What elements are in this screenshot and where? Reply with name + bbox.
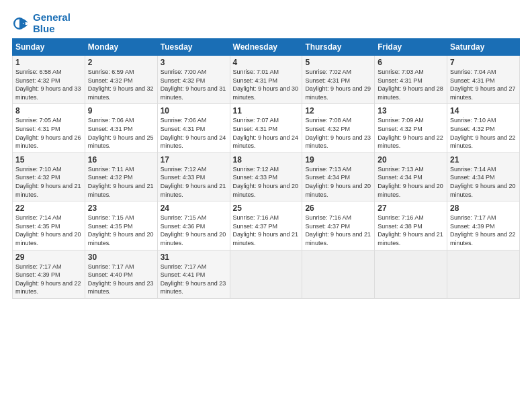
day-info: Sunrise: 7:08 AMSunset: 4:32 PMDaylight:… [305,117,371,149]
calendar-cell: 28 Sunrise: 7:17 AMSunset: 4:39 PMDaylig… [447,201,520,250]
calendar-cell [230,250,302,298]
header: General Blue [12,12,520,34]
day-info: Sunrise: 7:16 AMSunset: 4:38 PMDaylight:… [378,214,443,246]
calendar-cell: 15 Sunrise: 7:10 AMSunset: 4:32 PMDaylig… [13,152,85,201]
calendar-cell: 23 Sunrise: 7:15 AMSunset: 4:35 PMDaylig… [85,201,157,250]
day-number: 28 [450,203,517,213]
day-info: Sunrise: 7:15 AMSunset: 4:35 PMDaylight:… [88,214,154,246]
day-info: Sunrise: 7:17 AMSunset: 4:39 PMDaylight:… [450,214,516,246]
calendar-cell: 11 Sunrise: 7:07 AMSunset: 4:31 PMDaylig… [230,104,302,152]
day-number: 11 [233,106,300,116]
day-info: Sunrise: 7:02 AMSunset: 4:31 PMDaylight:… [305,68,371,101]
day-number: 4 [233,58,300,67]
day-number: 16 [88,155,154,165]
day-number: 22 [15,203,82,213]
day-number: 1 [15,58,82,67]
day-number: 23 [88,203,154,213]
day-info: Sunrise: 7:05 AMSunset: 4:31 PMDaylight:… [15,117,81,149]
day-number: 13 [378,106,444,116]
calendar-week-row: 1 Sunrise: 6:58 AMSunset: 4:32 PMDayligh… [13,56,520,104]
calendar-cell: 13 Sunrise: 7:09 AMSunset: 4:32 PMDaylig… [375,104,447,152]
day-info: Sunrise: 7:04 AMSunset: 4:31 PMDaylight:… [450,68,516,101]
day-info: Sunrise: 7:10 AMSunset: 4:32 PMDaylight:… [15,166,81,198]
day-number: 17 [161,155,227,165]
calendar-body: 1 Sunrise: 6:58 AMSunset: 4:32 PMDayligh… [13,56,520,299]
calendar-cell: 12 Sunrise: 7:08 AMSunset: 4:32 PMDaylig… [302,104,375,152]
day-header-wednesday: Wednesday [230,39,302,56]
day-header-thursday: Thursday [302,39,375,56]
calendar-cell: 31 Sunrise: 7:17 AMSunset: 4:41 PMDaylig… [157,250,230,298]
day-info: Sunrise: 6:59 AMSunset: 4:32 PMDaylight:… [88,68,154,101]
day-header-saturday: Saturday [447,39,520,56]
calendar-cell: 9 Sunrise: 7:06 AMSunset: 4:31 PMDayligh… [85,104,157,152]
day-info: Sunrise: 7:07 AMSunset: 4:31 PMDaylight:… [233,117,299,149]
calendar-cell: 7 Sunrise: 7:04 AMSunset: 4:31 PMDayligh… [447,56,520,104]
calendar-week-row: 8 Sunrise: 7:05 AMSunset: 4:31 PMDayligh… [13,104,520,152]
calendar-cell: 24 Sunrise: 7:15 AMSunset: 4:36 PMDaylig… [157,201,230,250]
calendar-cell: 21 Sunrise: 7:14 AMSunset: 4:34 PMDaylig… [447,152,520,201]
day-number: 19 [305,155,371,165]
calendar-cell [302,250,375,298]
day-number: 14 [450,106,517,116]
day-info: Sunrise: 6:58 AMSunset: 4:32 PMDaylight:… [15,68,81,101]
calendar-table: SundayMondayTuesdayWednesdayThursdayFrid… [12,38,520,299]
calendar-cell: 27 Sunrise: 7:16 AMSunset: 4:38 PMDaylig… [375,201,447,250]
day-number: 31 [161,253,227,262]
day-number: 24 [161,203,227,213]
day-info: Sunrise: 7:17 AMSunset: 4:41 PMDaylight:… [161,263,226,295]
calendar-header-row: SundayMondayTuesdayWednesdayThursdayFrid… [13,39,520,56]
day-number: 8 [15,106,82,116]
day-info: Sunrise: 7:03 AMSunset: 4:31 PMDaylight:… [378,68,443,101]
logo: General Blue [12,12,71,34]
day-info: Sunrise: 7:11 AMSunset: 4:32 PMDaylight:… [88,166,154,198]
day-info: Sunrise: 7:09 AMSunset: 4:32 PMDaylight:… [378,117,443,149]
day-info: Sunrise: 7:16 AMSunset: 4:37 PMDaylight:… [305,214,371,246]
day-info: Sunrise: 7:10 AMSunset: 4:32 PMDaylight:… [450,117,516,149]
calendar-cell: 25 Sunrise: 7:16 AMSunset: 4:37 PMDaylig… [230,201,302,250]
logo-line1: General [33,12,71,24]
day-info: Sunrise: 7:17 AMSunset: 4:39 PMDaylight:… [15,263,81,295]
day-header-tuesday: Tuesday [157,39,230,56]
day-number: 5 [305,58,371,67]
calendar-cell: 4 Sunrise: 7:01 AMSunset: 4:31 PMDayligh… [230,56,302,104]
day-number: 29 [15,253,82,262]
day-number: 27 [378,203,444,213]
day-info: Sunrise: 7:15 AMSunset: 4:36 PMDaylight:… [161,214,226,246]
calendar-cell [375,250,447,298]
day-number: 12 [305,106,371,116]
calendar-cell: 19 Sunrise: 7:13 AMSunset: 4:34 PMDaylig… [302,152,375,201]
day-number: 2 [88,58,154,67]
day-header-friday: Friday [375,39,447,56]
day-info: Sunrise: 7:01 AMSunset: 4:31 PMDaylight:… [233,68,299,101]
calendar-week-row: 29 Sunrise: 7:17 AMSunset: 4:39 PMDaylig… [13,250,520,298]
calendar-cell: 16 Sunrise: 7:11 AMSunset: 4:32 PMDaylig… [85,152,157,201]
day-info: Sunrise: 7:12 AMSunset: 4:33 PMDaylight:… [233,166,299,198]
day-number: 25 [233,203,300,213]
day-number: 10 [161,106,227,116]
calendar-cell: 8 Sunrise: 7:05 AMSunset: 4:31 PMDayligh… [13,104,85,152]
day-info: Sunrise: 7:14 AMSunset: 4:35 PMDaylight:… [15,214,81,246]
page: General Blue SundayMondayTuesdayWednesda… [0,0,532,306]
calendar-cell: 2 Sunrise: 6:59 AMSunset: 4:32 PMDayligh… [85,56,157,104]
calendar-cell: 10 Sunrise: 7:06 AMSunset: 4:31 PMDaylig… [157,104,230,152]
calendar-cell: 18 Sunrise: 7:12 AMSunset: 4:33 PMDaylig… [230,152,302,201]
calendar-week-row: 15 Sunrise: 7:10 AMSunset: 4:32 PMDaylig… [13,152,520,201]
day-info: Sunrise: 7:13 AMSunset: 4:34 PMDaylight:… [305,166,371,198]
day-info: Sunrise: 7:13 AMSunset: 4:34 PMDaylight:… [378,166,443,198]
calendar-cell: 26 Sunrise: 7:16 AMSunset: 4:37 PMDaylig… [302,201,375,250]
calendar-cell: 1 Sunrise: 6:58 AMSunset: 4:32 PMDayligh… [13,56,85,104]
day-header-sunday: Sunday [13,39,85,56]
calendar-cell: 22 Sunrise: 7:14 AMSunset: 4:35 PMDaylig… [13,201,85,250]
day-number: 20 [378,155,444,165]
day-number: 18 [233,155,300,165]
day-number: 26 [305,203,371,213]
calendar-cell: 17 Sunrise: 7:12 AMSunset: 4:33 PMDaylig… [157,152,230,201]
day-number: 7 [450,58,517,67]
calendar-cell: 29 Sunrise: 7:17 AMSunset: 4:39 PMDaylig… [13,250,85,298]
day-number: 15 [15,155,82,165]
calendar-cell [447,250,520,298]
day-info: Sunrise: 7:06 AMSunset: 4:31 PMDaylight:… [88,117,154,149]
day-header-monday: Monday [85,39,157,56]
day-info: Sunrise: 7:17 AMSunset: 4:40 PMDaylight:… [88,263,154,295]
day-info: Sunrise: 7:14 AMSunset: 4:34 PMDaylight:… [450,166,516,198]
